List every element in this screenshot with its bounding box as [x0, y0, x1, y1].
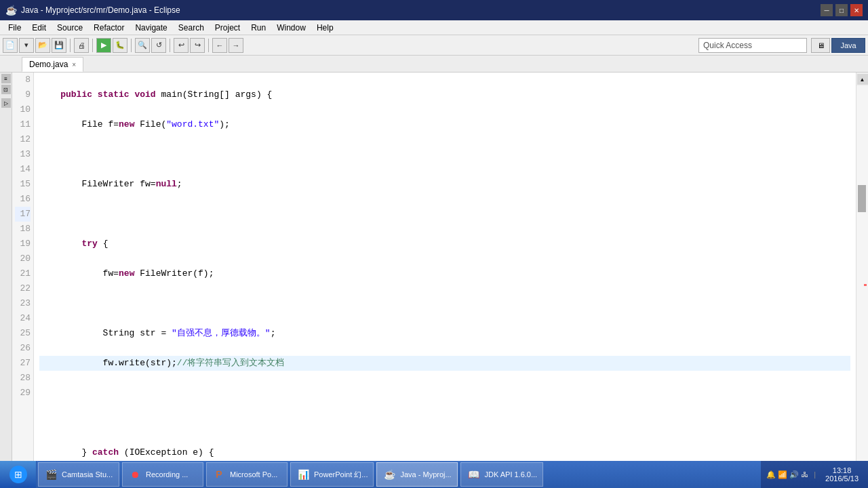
- code-line-17: fw.write(str);//将字符串写入到文本文档: [39, 356, 850, 371]
- line-number-8: 8: [15, 73, 31, 87]
- toolbar-debug[interactable]: 🐛: [113, 38, 127, 53]
- code-line-9: File f=new File("word.txt");: [39, 117, 850, 132]
- tab-close-button[interactable]: ×: [72, 61, 76, 68]
- line-number-24: 24: [15, 311, 31, 326]
- menu-source[interactable]: Source: [52, 22, 88, 34]
- menu-window[interactable]: Window: [271, 22, 311, 34]
- line-number-10: 10: [15, 102, 31, 117]
- left-icon-bar: ≡ ⊡ ▷: [0, 73, 12, 488]
- code-line-16: String str = "自强不息，厚德载物。";: [39, 326, 850, 341]
- code-line-20: } catch (IOException e) {: [39, 445, 850, 460]
- start-button[interactable]: ⊞: [0, 461, 37, 488]
- left-bar-icon2[interactable]: ⊡: [1, 85, 11, 94]
- menu-refactor[interactable]: Refactor: [88, 22, 130, 34]
- toolbar-sep2: [92, 39, 93, 52]
- toolbar-sep5: [208, 39, 209, 52]
- ms-office-icon: P: [212, 468, 226, 481]
- editor-tab-demo[interactable]: Demo.java ×: [22, 57, 83, 72]
- code-line-10: [39, 147, 850, 162]
- taskbar-app-recording[interactable]: ⏺ Recording ...: [122, 462, 203, 487]
- toolbar-print[interactable]: 🖨: [74, 38, 89, 53]
- vertical-scrollbar-thumb[interactable]: [858, 185, 866, 212]
- toolbar-perspective1[interactable]: 🖥: [811, 38, 830, 53]
- recording-icon: ⏺: [128, 468, 142, 481]
- toolbar-save[interactable]: 💾: [52, 38, 66, 53]
- tray-separator: |: [814, 470, 816, 479]
- left-bar-icon3[interactable]: ▷: [1, 98, 11, 108]
- line-number-11: 11: [15, 117, 31, 132]
- toolbar-nav-back[interactable]: ←: [212, 38, 227, 53]
- system-tray: 🔔 📶 🔊 🖧 | 13:18 2016/5/13: [761, 461, 868, 488]
- maximize-button[interactable]: □: [835, 4, 848, 16]
- taskbar-app-java[interactable]: ☕ Java - Myproj...: [376, 462, 458, 487]
- line-number-15: 15: [15, 177, 31, 192]
- menu-edit[interactable]: Edit: [26, 22, 52, 34]
- quick-access-input[interactable]: Quick Access: [698, 38, 807, 53]
- toolbar-undo[interactable]: ↩: [174, 38, 189, 53]
- taskbar: ⊞ 🎬 Camtasia Stu... ⏺ Recording ... P Mi…: [0, 461, 868, 488]
- close-button[interactable]: ✕: [850, 4, 863, 16]
- toolbar-run[interactable]: ▶: [96, 38, 111, 53]
- clock-time: 13:18: [825, 466, 859, 474]
- quick-access-label: Quick Access: [703, 41, 752, 50]
- toolbar-btn2[interactable]: ▾: [19, 38, 34, 53]
- java-label: Java - Myproj...: [400, 470, 451, 479]
- menu-file[interactable]: File: [3, 22, 26, 34]
- taskbar-app-camtasia[interactable]: 🎬 Camtasia Stu...: [38, 462, 119, 487]
- vertical-scrollbar-track[interactable]: [856, 86, 868, 488]
- line-number-28: 28: [15, 371, 31, 386]
- line-number-20: 20: [15, 251, 31, 266]
- taskbar-app-powerpoint[interactable]: 📊 PowerPoint 幻...: [290, 462, 374, 487]
- java-icon: ☕: [382, 468, 396, 481]
- code-editor[interactable]: public static void main(String[] args) {…: [34, 73, 856, 488]
- tray-icons-area: 🔔 📶 🔊 🖧: [766, 470, 808, 479]
- left-bar-icon1[interactable]: ≡: [1, 74, 11, 83]
- line-number-26: 26: [15, 341, 31, 356]
- toolbar-sep1: [70, 39, 71, 52]
- line-number-21: 21: [15, 266, 31, 281]
- editor-row: ≡ ⊡ ▷ 8 9 10 11 12 13 14 15 16 17 18 19 …: [0, 73, 868, 488]
- line-number-14: 14: [15, 162, 31, 177]
- clock-date: 2016/5/13: [825, 474, 859, 483]
- code-line-13: try {: [39, 237, 850, 251]
- right-sidebar-icon1[interactable]: ▲: [857, 74, 868, 85]
- menu-bar: File Edit Source Refactor Navigate Searc…: [0, 20, 868, 35]
- line-number-29: 29: [15, 386, 31, 401]
- minimize-button[interactable]: ─: [821, 4, 833, 16]
- powerpoint-icon: 📊: [296, 468, 310, 481]
- line-number-25: 25: [15, 326, 31, 341]
- line-number-18: 18: [15, 222, 31, 237]
- code-line-18: [39, 386, 850, 401]
- toolbar-sep4: [170, 39, 170, 52]
- line-number-27: 27: [15, 356, 31, 371]
- toolbar-new[interactable]: 📄: [3, 38, 18, 53]
- system-clock: 13:18 2016/5/13: [821, 466, 863, 483]
- line-number-16: 16: [15, 192, 31, 207]
- menu-navigate[interactable]: Navigate: [130, 22, 172, 34]
- toolbar-perspective-java[interactable]: Java: [831, 38, 865, 53]
- svg-text:⊞: ⊞: [14, 469, 22, 480]
- toolbar-open[interactable]: 📂: [35, 38, 50, 53]
- tab-label: Demo.java: [29, 60, 68, 69]
- taskbar-app-jdk[interactable]: 📖 JDK API 1.6.0...: [460, 462, 543, 487]
- error-indicator: [864, 284, 867, 286]
- menu-search[interactable]: Search: [173, 22, 210, 34]
- menu-help[interactable]: Help: [311, 22, 339, 34]
- code-line-11: FileWriter fw=null;: [39, 177, 850, 192]
- menu-project[interactable]: Project: [210, 22, 245, 34]
- code-line-8: public static void main(String[] args) {: [39, 87, 850, 102]
- line-number-19: 19: [15, 237, 31, 251]
- toolbar-redo[interactable]: ↪: [190, 38, 205, 53]
- toolbar-nav-fwd[interactable]: →: [229, 38, 243, 53]
- code-line-14: fw=new FileWriter(f);: [39, 266, 850, 281]
- camtasia-icon: 🎬: [44, 468, 58, 481]
- taskbar-app-ms-office[interactable]: P Microsoft Po...: [206, 462, 288, 487]
- editor-area: ≡ ⊡ ▷ 8 9 10 11 12 13 14 15 16 17 18 19 …: [0, 73, 868, 488]
- editor-tabs: Demo.java ×: [0, 56, 868, 73]
- code-line-12: [39, 207, 850, 222]
- menu-run[interactable]: Run: [245, 22, 271, 34]
- toolbar-refresh[interactable]: ↺: [151, 38, 166, 53]
- powerpoint-label: PowerPoint 幻...: [314, 470, 368, 480]
- toolbar-search[interactable]: 🔍: [135, 38, 150, 53]
- line-number-13: 13: [15, 147, 31, 162]
